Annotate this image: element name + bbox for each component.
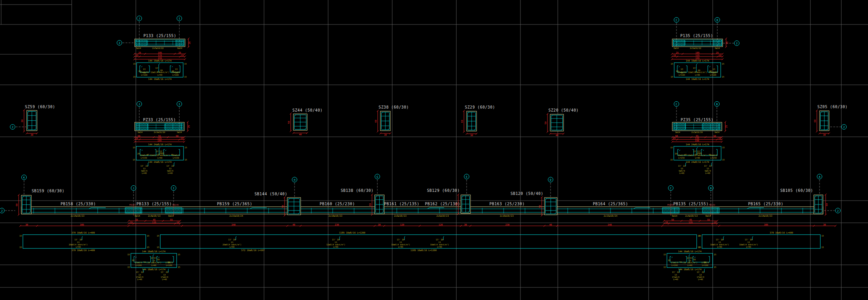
dim-text: 50 — [713, 135, 716, 137]
grid-bubble-D[interactable]: D — [548, 177, 553, 198]
grid-bubble-2[interactable]: 2 — [824, 208, 841, 213]
wall-rebar-text: 9ø14 — [177, 131, 182, 133]
beam-label-PB135: PB135 (25/155) — [673, 202, 709, 206]
stirrup-callout: 17ø8/8 — [165, 261, 173, 264]
stirrup-length: L=108 — [172, 74, 179, 76]
stirrup-number: 20 — [132, 259, 135, 261]
column-title-SB159: SB159 (60/30) — [32, 189, 64, 193]
wall-section-PZ33[interactable]: PZ33 (25/155)259ø142x3ø10/209ø1450555015… — [134, 118, 190, 143]
column-section-SZ05[interactable]: SZ05 (60/30)6030 — [813, 105, 848, 136]
stirrup-band-text: 144 24ø8/16 L=174 — [148, 143, 172, 146]
stirrup-callout: 10ø8/8 — [710, 154, 717, 156]
beam-label-PB163: PB163 (25/230) — [490, 202, 525, 206]
column-section-SB144[interactable]: SB144 (50/40)50 — [254, 192, 301, 217]
column-section-SZ44[interactable]: SZ44 (50/40)5040 — [287, 108, 323, 136]
band-rebar-text: 379 10ø8/16 L=409 — [770, 231, 793, 234]
stirrup-callout: 12ø8(10 adet/m²) — [150, 154, 170, 156]
stirrup-callout: (10 adet/m²) — [682, 261, 697, 264]
grid-bubble-H[interactable]: H — [292, 177, 297, 198]
grid-bubble-letter: I — [173, 187, 174, 190]
grid-bubble-E[interactable]: E — [464, 174, 469, 195]
stirrup-number: 13' — [693, 67, 697, 69]
beam-rebar-text: 2x6ø10/23 — [394, 214, 407, 217]
wall-section-P135[interactable]: P135 (25/155)256ø142x5ø10/226ø1425105251… — [671, 34, 729, 60]
column-section-SZ59[interactable]: SZ59 (60/30)6030 — [21, 105, 55, 136]
stirrup-pair-text: L=48 — [673, 278, 678, 281]
wall-rebar-text: 6ø14 — [715, 47, 720, 49]
stirrup-callout: 10ø8/8 — [678, 154, 685, 156]
stirrup-number: 13 — [143, 68, 146, 70]
column-section-SB105[interactable]: SB105 (60/30)60 — [780, 188, 828, 216]
beam-strip[interactable]: PB158 (25/330)PB133 (25/155)PB159 (25/36… — [21, 202, 823, 217]
grid-bubble-letter: I — [179, 17, 180, 20]
stirrup-distribution-bands: 15151515379 10ø8/16 L=409379 10ø8/16 L=4… — [19, 231, 824, 251]
column-section-SZ29[interactable]: SZ29 (60/30)6030 — [461, 105, 495, 136]
grid-bubble-K[interactable]: K — [22, 175, 27, 195]
grid-bubble-letter: B — [710, 187, 712, 190]
grid-bubble-letter: 2 — [843, 126, 845, 129]
stirrup-number: 13' — [156, 150, 159, 152]
wall-section-P133[interactable]: P133 (25/155)256ø142x5ø10/226ø1425105251… — [134, 34, 191, 60]
grid-bubble-G[interactable]: G — [375, 174, 380, 195]
dim-text: 50 — [281, 205, 284, 208]
grid-bubble-A[interactable]: A — [817, 174, 822, 195]
beam-rebar-text: 2x10ø10/23 — [329, 214, 343, 217]
dim-text: 40 — [556, 134, 559, 136]
wall-title-PZ33: PZ33 (25/155) — [143, 118, 176, 122]
stirrup-number: 13' — [697, 150, 701, 152]
stirrup-pair-text: 13' 20 — [332, 238, 340, 241]
corner-dim: 15 — [185, 146, 187, 149]
corner-dim: 15 — [178, 266, 180, 268]
dim-text: 30 — [25, 223, 28, 226]
grid-bubble-letter: J — [138, 103, 140, 106]
dim-text: 50 — [287, 121, 290, 124]
grid-bubble-letter: 2 — [12, 126, 13, 129]
dim-text: 155 — [158, 57, 162, 59]
dim-text: 50 — [544, 122, 547, 125]
dim-text: 15 — [135, 137, 138, 139]
cad-drawing-canvas[interactable]: PB158 (25/330)PB133 (25/155)PB159 (25/36… — [0, 0, 868, 300]
dim-text: 155 — [158, 139, 162, 142]
stirrup-pair-text: 13' 20 — [397, 238, 404, 241]
stirrup-number: 20 — [668, 259, 671, 261]
stirrup-callout: 10ø8/8 — [140, 154, 148, 156]
stirrup-pair-text: 13' 22 — [672, 271, 680, 273]
corner-dim: 15 — [133, 159, 135, 161]
stirrup-callout: (10 adet/m²) — [146, 261, 161, 264]
stirrup-pair-text: 13' 20 — [74, 238, 82, 241]
stirrup-number: 13 — [175, 68, 178, 70]
dim-text: 105 — [696, 51, 700, 54]
dim-text: 55 — [707, 218, 710, 221]
corner-dim: 15 — [147, 246, 150, 248]
stirrup-band-2: 151515151185 10ø8/16 L=1200572 10ø8/16 L… — [157, 231, 701, 251]
dim-text: 15 — [718, 137, 721, 139]
stirrup-length: L=108 — [710, 74, 717, 76]
corner-dim: 15 — [19, 246, 22, 248]
column-title-SZ29: SZ29 (60/30) — [465, 105, 495, 109]
column-section-SZ38[interactable]: SZ38 (60/30)6030 — [374, 105, 409, 136]
stirrup-pair-text: 13' 22 — [140, 165, 148, 167]
column-section-SZ20[interactable]: SZ20 (50/40)5040 — [544, 108, 579, 136]
wall-rebar-text: 6ø14 — [673, 47, 679, 49]
dim-text: 15 — [180, 137, 184, 139]
grid-bubble-2[interactable]: 2 — [0, 208, 15, 213]
grid-bubble-letter: H — [294, 178, 295, 182]
grid-bubble-2[interactable]: 2 — [117, 41, 135, 45]
stirrup-callout: 12ø8(10 adet/m²) — [688, 154, 708, 156]
stirrup-pair-text: 13' 22 — [161, 271, 168, 273]
beam-label-PB161: PB161 (25/135) — [384, 202, 420, 206]
column-section-SB159[interactable]: SB159 (60/30)60 — [15, 189, 64, 216]
stirrup-number: 50 — [157, 258, 160, 261]
corner-dim: 15 — [722, 146, 725, 149]
stirrup-pair-text: L=48 — [137, 278, 142, 281]
wall-section-PZ35[interactable]: PZ35 (25/155)259ø142x3ø10/209ø1450555015… — [672, 118, 728, 143]
beam-rebar-text: 9ø14 — [135, 214, 140, 217]
grid-bubble-2[interactable]: 2 — [830, 125, 847, 130]
grid-bubble-2[interactable]: 2 — [10, 125, 26, 130]
dim-text: 25 — [187, 125, 190, 128]
wall-rebar-text: 9ø14 — [714, 131, 720, 133]
stirrup-length: L=166 — [166, 264, 172, 266]
stirrup-length: L=48 — [687, 264, 692, 266]
stirrup-band-text: 144 10ø8/16 L=174 — [678, 250, 702, 253]
grid-bubble-letter: 2 — [119, 42, 120, 45]
